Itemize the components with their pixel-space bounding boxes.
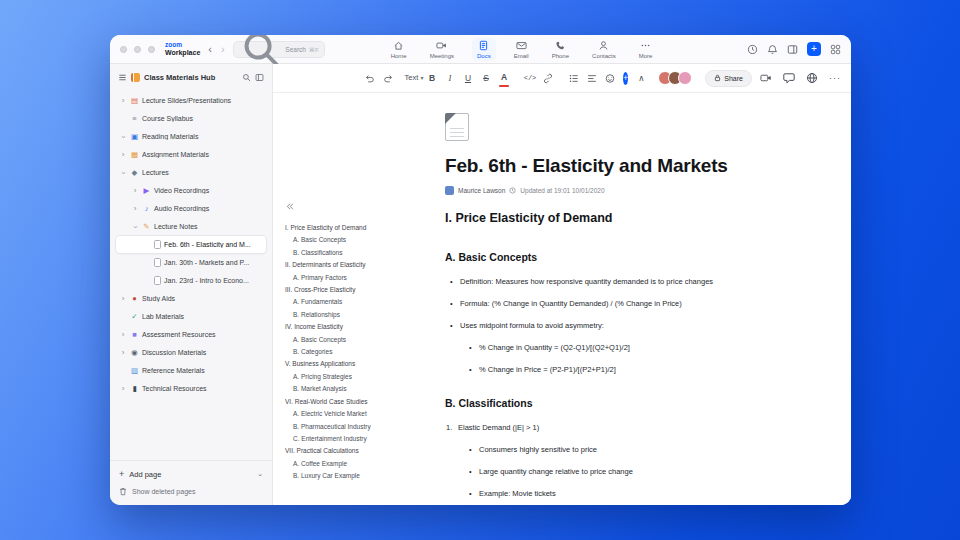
chevron-icon[interactable]: › bbox=[131, 205, 139, 213]
apps-grid-icon[interactable] bbox=[830, 44, 841, 55]
toc-item[interactable]: A. Coffee Example bbox=[285, 458, 443, 470]
toc-item[interactable]: IV. Income Elasticity bbox=[285, 321, 443, 333]
globe-icon[interactable] bbox=[806, 72, 818, 84]
sidebar-item[interactable]: ›▦Assignment Materials bbox=[116, 146, 266, 163]
sidebar-item[interactable]: ›▮Technical Resources bbox=[116, 380, 266, 397]
toc-item[interactable]: A. Electric Vehicle Market bbox=[285, 408, 443, 420]
sidebar-item[interactable]: ›✎Lecture Notes bbox=[116, 218, 266, 235]
insert-block-button[interactable]: + bbox=[623, 72, 628, 85]
sidebar-item[interactable]: ›■Assessment Resources bbox=[116, 326, 266, 343]
sidebar-search-icon[interactable] bbox=[242, 73, 251, 82]
side-panel-icon[interactable] bbox=[787, 44, 798, 55]
video-call-icon[interactable] bbox=[760, 72, 772, 84]
align-button[interactable] bbox=[587, 70, 597, 86]
sidebar-item[interactable]: ›▣Reading Materials bbox=[116, 128, 266, 145]
toc-item[interactable]: B. Market Analysis bbox=[285, 383, 443, 395]
toc-item[interactable]: VI. Real-World Case Studies bbox=[285, 396, 443, 408]
chevron-icon[interactable]: › bbox=[119, 331, 127, 339]
tab-docs[interactable]: Docs bbox=[472, 38, 496, 61]
toc-item[interactable]: A. Basic Concepts bbox=[285, 234, 443, 246]
sidebar-item-label: Feb. 6th - Elasticity and M... bbox=[164, 241, 266, 248]
toc-item[interactable]: B. Luxury Car Example bbox=[285, 470, 443, 482]
collapse-toolbar-icon[interactable]: ∧ bbox=[636, 70, 646, 86]
italic-button[interactable]: I bbox=[445, 70, 455, 86]
chevron-icon[interactable]: › bbox=[119, 385, 127, 393]
toc-item[interactable]: B. Relationships bbox=[285, 309, 443, 321]
toc-item[interactable]: I. Price Elasticity of Demand bbox=[285, 222, 443, 234]
toc-item[interactable]: A. Fundamentals bbox=[285, 296, 443, 308]
toc-item[interactable]: B. Classifications bbox=[285, 247, 443, 259]
chevron-icon[interactable]: › bbox=[119, 169, 127, 177]
sidebar-item[interactable]: Feb. 6th - Elasticity and M... bbox=[116, 236, 266, 253]
share-button[interactable]: Share bbox=[705, 70, 752, 87]
toc-item[interactable]: A. Pricing Strategies bbox=[285, 371, 443, 383]
sidebar-item[interactable]: ›●Study Aids bbox=[116, 290, 266, 307]
avatar[interactable] bbox=[678, 71, 692, 85]
close-window-button[interactable] bbox=[120, 46, 127, 53]
sidebar-item-label: Lab Materials bbox=[142, 313, 266, 320]
sidebar-item[interactable]: ›◉Discussion Materials bbox=[116, 344, 266, 361]
tab-contacts[interactable]: Contacts bbox=[587, 38, 621, 61]
sidebar-item[interactable]: Jan. 30th - Markets and P... bbox=[116, 254, 266, 271]
toc-item[interactable]: A. Basic Concepts bbox=[285, 334, 443, 346]
toc-item[interactable]: V. Business Applications bbox=[285, 358, 443, 370]
chevron-icon[interactable]: › bbox=[119, 97, 127, 105]
code-button[interactable]: </> bbox=[525, 70, 535, 86]
workspace-menu-icon[interactable] bbox=[118, 73, 127, 82]
history-icon[interactable] bbox=[747, 44, 758, 55]
document-body[interactable]: Feb. 6th - Elasticity and Markets Mauric… bbox=[445, 93, 797, 505]
sidebar-item[interactable]: ›◆Lectures bbox=[116, 164, 266, 181]
comment-icon[interactable] bbox=[783, 72, 795, 84]
document-title[interactable]: Feb. 6th - Elasticity and Markets bbox=[445, 155, 797, 177]
sidebar-item[interactable]: ✓Lab Materials bbox=[116, 308, 266, 325]
new-button[interactable]: + bbox=[807, 42, 821, 56]
global-search-input[interactable]: Search ⌘F bbox=[233, 41, 325, 58]
toc-item[interactable]: C. Entertainment Industry bbox=[285, 433, 443, 445]
sidebar-item[interactable]: ▥Reference Materials bbox=[116, 362, 266, 379]
toc-item[interactable]: B. Categories bbox=[285, 346, 443, 358]
chevron-icon[interactable]: › bbox=[131, 223, 139, 231]
bold-button[interactable]: B bbox=[427, 70, 437, 86]
chevron-icon[interactable]: › bbox=[119, 133, 127, 141]
maximize-window-button[interactable] bbox=[148, 46, 155, 53]
underline-button[interactable]: U bbox=[463, 70, 473, 86]
bulleted-list-button[interactable] bbox=[569, 70, 579, 86]
chevron-icon[interactable]: › bbox=[119, 349, 127, 357]
toc-item[interactable]: VII. Practical Calculations bbox=[285, 445, 443, 457]
sidebar-item[interactable]: ≡Course Syllabus bbox=[116, 110, 266, 127]
back-button[interactable]: ‹ bbox=[207, 44, 213, 55]
sidebar-item[interactable]: ›▤Lecture Slides/Presentations bbox=[116, 92, 266, 109]
collapse-outline-icon[interactable] bbox=[285, 197, 443, 215]
sidebar-item[interactable]: ›▶Video Recordings bbox=[116, 182, 266, 199]
undo-icon[interactable] bbox=[365, 70, 375, 86]
tab-more[interactable]: More bbox=[634, 38, 658, 61]
add-page-expand-icon[interactable]: ⌄ bbox=[257, 470, 263, 478]
strikethrough-button[interactable]: S bbox=[481, 70, 491, 86]
toc-item[interactable]: III. Cross-Price Elasticity bbox=[285, 284, 443, 296]
link-button[interactable] bbox=[543, 70, 553, 86]
redo-icon[interactable] bbox=[383, 70, 393, 86]
forward-button[interactable]: › bbox=[220, 44, 226, 55]
sidebar-item[interactable]: Jan. 23rd - Intro to Econo... bbox=[116, 272, 266, 289]
show-deleted-pages-button[interactable]: Show deleted pages bbox=[119, 484, 263, 498]
tab-home[interactable]: Home bbox=[386, 38, 412, 61]
chevron-icon[interactable]: › bbox=[119, 151, 127, 159]
chevron-icon[interactable]: › bbox=[119, 295, 127, 303]
minimize-window-button[interactable] bbox=[134, 46, 141, 53]
tab-phone[interactable]: Phone bbox=[547, 38, 574, 61]
text-style-dropdown[interactable]: Text ▾ bbox=[409, 70, 419, 86]
workspace-title[interactable]: Class Materials Hub bbox=[144, 73, 238, 82]
bell-icon[interactable] bbox=[767, 44, 778, 55]
tab-email[interactable]: Email bbox=[509, 38, 534, 61]
add-page-button[interactable]: + Add page ⌄ bbox=[119, 466, 263, 482]
more-options-icon[interactable]: ··· bbox=[829, 74, 841, 83]
text-color-button[interactable]: A bbox=[499, 70, 509, 87]
toc-item[interactable]: A. Primary Factors bbox=[285, 272, 443, 284]
collapse-sidebar-icon[interactable] bbox=[255, 73, 264, 82]
toc-item[interactable]: B. Pharmaceutical Industry bbox=[285, 421, 443, 433]
tab-meetings[interactable]: Meetings bbox=[425, 38, 459, 61]
chevron-icon[interactable]: › bbox=[131, 187, 139, 195]
toc-item[interactable]: II. Determinants of Elasticity bbox=[285, 259, 443, 271]
sidebar-item[interactable]: ›♪Audio Recordings bbox=[116, 200, 266, 217]
emoji-button[interactable] bbox=[605, 70, 615, 86]
